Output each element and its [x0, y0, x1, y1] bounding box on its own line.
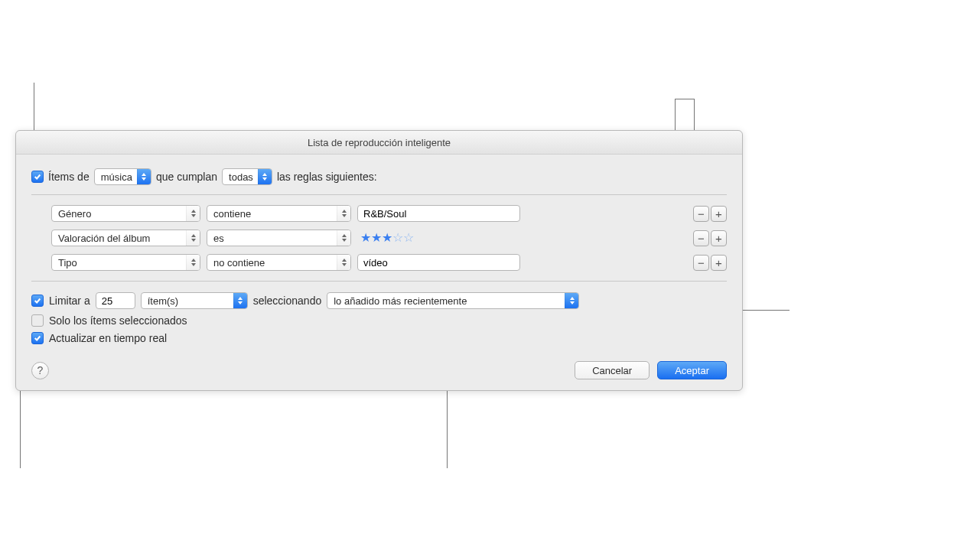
rule-operator-value: contiene — [213, 208, 256, 220]
rule-attribute-popup[interactable]: Tipo — [51, 254, 200, 271]
remove-rule-button[interactable]: − — [693, 255, 709, 271]
match-checkbox[interactable] — [31, 171, 44, 183]
match-middle: que cumplan — [156, 171, 217, 183]
rule-attribute-value: Tipo — [58, 257, 82, 269]
add-rule-button[interactable]: + — [711, 206, 727, 222]
limit-unit-popup[interactable]: ítem(s) — [141, 292, 248, 309]
ok-label: Aceptar — [675, 365, 709, 376]
limit-value-input[interactable] — [96, 292, 135, 309]
remove-rule-button[interactable]: − — [693, 206, 709, 222]
chevron-updown-icon — [186, 230, 200, 246]
rule-row: Génerocontiene−+ — [31, 201, 727, 226]
rule-attribute-value: Género — [58, 208, 96, 220]
rules-container: Génerocontiene−+Valoración del álbumes★★… — [31, 194, 727, 282]
rule-operator-value: es — [213, 233, 229, 244]
chevron-updown-icon — [186, 255, 200, 270]
smart-playlist-dialog: Lista de reproducción inteligente Ítems … — [15, 130, 743, 391]
add-rule-button[interactable]: + — [711, 230, 727, 246]
only-selected-label: Solo los ítems seleccionados — [49, 314, 187, 327]
star-icon[interactable]: ★ — [371, 232, 382, 244]
rule-operator-popup[interactable]: es — [207, 230, 351, 246]
chevron-updown-icon — [258, 169, 272, 184]
chevron-updown-icon — [233, 293, 247, 308]
rule-row: Tipono contiene−+ — [31, 250, 727, 275]
rule-value-input[interactable] — [357, 205, 520, 222]
dialog-content: Ítems de música que cumplan todas las re… — [16, 155, 742, 390]
match-line: Ítems de música que cumplan todas las re… — [31, 168, 727, 185]
plus-icon: + — [715, 208, 722, 220]
only-selected-checkbox[interactable] — [31, 314, 44, 327]
star-icon[interactable]: ☆ — [403, 232, 414, 244]
chevron-updown-icon — [337, 255, 350, 270]
chevron-updown-icon — [337, 206, 350, 221]
title-bar: Lista de reproducción inteligente — [16, 131, 742, 155]
dialog-footer: ? Cancelar Aceptar — [31, 361, 727, 379]
match-scope-value: todas — [229, 171, 258, 183]
match-source-popup[interactable]: música — [94, 168, 151, 185]
callout-line — [20, 378, 21, 468]
star-icon[interactable]: ★ — [360, 232, 371, 244]
rule-operator-popup[interactable]: contiene — [207, 205, 351, 222]
only-selected-row: Solo los ítems seleccionados — [31, 314, 727, 327]
add-rule-button[interactable]: + — [711, 255, 727, 271]
star-icon[interactable]: ★ — [382, 232, 392, 244]
plus-icon: + — [715, 233, 722, 244]
rule-operator-popup[interactable]: no contiene — [207, 254, 351, 271]
minus-icon: − — [698, 257, 705, 269]
plus-icon: + — [715, 257, 722, 269]
chevron-updown-icon — [565, 293, 578, 308]
live-update-label: Actualizar en tiempo real — [49, 332, 167, 344]
rule-rating[interactable]: ★★★☆☆ — [357, 232, 520, 244]
minus-icon: − — [698, 233, 705, 244]
limit-selection-value: lo añadido más recientemente — [334, 295, 471, 307]
cancel-label: Cancelar — [592, 365, 632, 376]
rule-attribute-popup[interactable]: Género — [51, 205, 200, 222]
live-update-checkbox[interactable] — [31, 332, 44, 344]
limit-row: Limitar a ítem(s) seleccionando lo añadi… — [31, 292, 727, 309]
limit-by-label: seleccionando — [253, 295, 322, 307]
rule-row: Valoración del álbumes★★★☆☆−+ — [31, 226, 727, 250]
remove-rule-button[interactable]: − — [693, 230, 709, 246]
limit-unit-value: ítem(s) — [148, 295, 183, 307]
match-prefix: Ítems de — [48, 171, 90, 183]
rule-attribute-value: Valoración del álbum — [58, 233, 155, 244]
limit-checkbox[interactable] — [31, 295, 44, 307]
match-suffix: las reglas siguientes: — [277, 171, 377, 183]
minus-icon: − — [698, 208, 705, 220]
limit-label: Limitar a — [49, 295, 90, 307]
window-title: Lista de reproducción inteligente — [308, 137, 451, 148]
limit-selection-popup[interactable]: lo añadido más recientemente — [327, 292, 579, 309]
chevron-updown-icon — [337, 230, 350, 246]
chevron-updown-icon — [186, 206, 200, 221]
match-scope-popup[interactable]: todas — [222, 168, 272, 185]
rule-attribute-popup[interactable]: Valoración del álbum — [51, 230, 200, 246]
star-icon[interactable]: ☆ — [392, 232, 403, 244]
live-update-row: Actualizar en tiempo real — [31, 332, 727, 344]
rule-operator-value: no contiene — [213, 257, 269, 269]
ok-button[interactable]: Aceptar — [657, 361, 727, 379]
help-icon: ? — [37, 364, 44, 376]
chevron-updown-icon — [137, 169, 151, 184]
match-source-value: música — [101, 171, 137, 183]
callout-line — [675, 99, 695, 99]
cancel-button[interactable]: Cancelar — [575, 361, 650, 379]
rule-value-input[interactable] — [357, 254, 520, 271]
help-button[interactable]: ? — [31, 362, 49, 379]
